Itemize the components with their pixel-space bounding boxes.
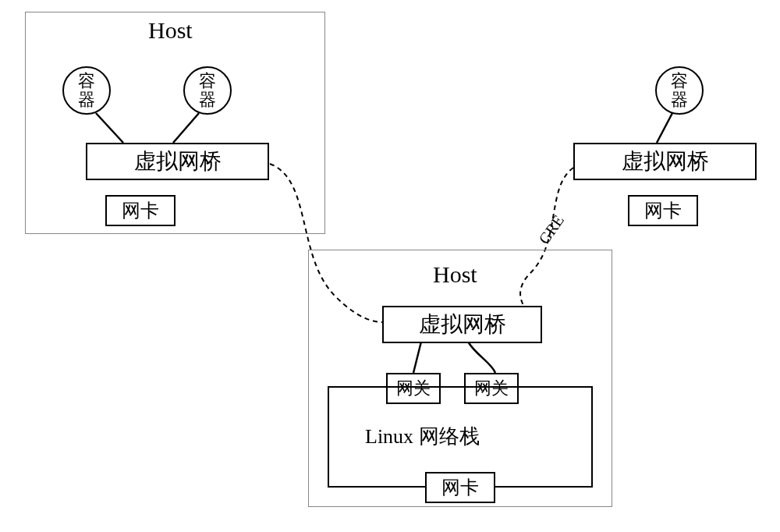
- nic-1: 网卡: [105, 195, 176, 226]
- host-label-1: Host: [148, 17, 193, 44]
- linux-stack-label: Linux 网络栈: [365, 423, 480, 450]
- bridge-3: 虚拟网桥: [573, 143, 757, 180]
- container-circle-3: 容器: [655, 66, 704, 115]
- bridge-2: 虚拟网桥: [382, 306, 542, 343]
- gre-label: GRE: [535, 212, 568, 248]
- container-circle-2: 容器: [183, 66, 232, 115]
- container-circle-1: 容器: [62, 66, 111, 115]
- nic-3: 网卡: [628, 195, 698, 226]
- host-label-2: Host: [433, 261, 477, 288]
- svg-line-2: [657, 113, 672, 143]
- bridge-1: 虚拟网桥: [86, 143, 269, 180]
- nic-2: 网卡: [425, 472, 495, 503]
